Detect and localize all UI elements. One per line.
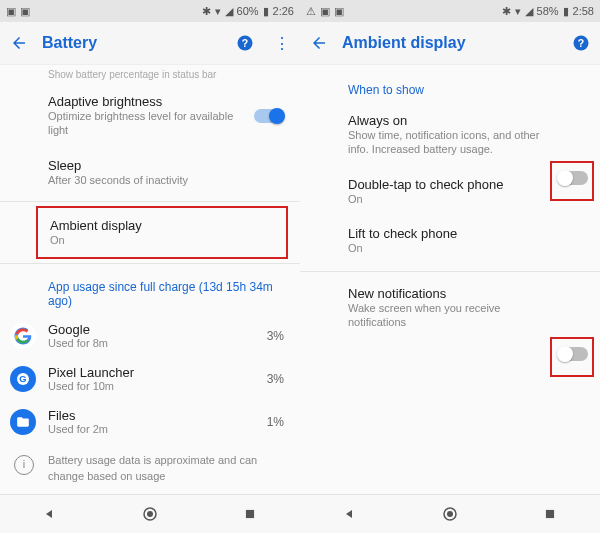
app-usage-row[interactable]: Files Used for 2m 1% (0, 400, 300, 443)
note-text: Battery usage data is approximate and ca… (48, 454, 257, 481)
app-percent: 1% (267, 415, 284, 429)
row-double-tap[interactable]: Double-tap to check phone On (300, 167, 600, 216)
nav-home-icon[interactable] (140, 504, 160, 524)
nav-recent-icon[interactable] (240, 504, 260, 524)
battery-text: 58% (537, 5, 559, 17)
row-label: New notifications (348, 286, 550, 301)
app-sub: Used for 10m (48, 380, 267, 392)
bluetooth-icon: ✱ (502, 5, 511, 18)
row-new-notifications[interactable]: New notifications Wake screen when you r… (300, 276, 600, 340)
phone-battery-settings: ▣ ▣ ✱ ▾ ◢ 60% ▮ 2:26 Battery ? ⋮ Show ba… (0, 0, 300, 533)
notification-icon: ▣ (20, 5, 30, 18)
help-icon[interactable]: ? (236, 34, 254, 52)
row-lift-to-check[interactable]: Lift to check phone On (300, 216, 600, 265)
google-icon (10, 323, 36, 349)
clock-text: 2:58 (573, 5, 594, 17)
wifi-icon: ▾ (215, 5, 221, 18)
row-subtitle: After 30 seconds of inactivity (48, 173, 284, 187)
row-subtitle: Show time, notification icons, and other… (348, 128, 550, 157)
toggle-switch[interactable] (558, 347, 588, 361)
pixel-launcher-icon: G (10, 366, 36, 392)
app-usage-row[interactable]: Google Used for 8m 3% (0, 314, 300, 357)
app-name: Pixel Launcher (48, 365, 267, 380)
row-label: Lift to check phone (348, 226, 584, 241)
status-bar: ⚠ ▣ ▣ ✱ ▾ ◢ 58% ▮ 2:58 (300, 0, 600, 22)
app-sub: Used for 8m (48, 337, 267, 349)
svg-rect-11 (546, 510, 554, 518)
row-ambient-display[interactable]: Ambient display On (36, 206, 288, 259)
row-sleep[interactable]: Sleep After 30 seconds of inactivity (0, 148, 300, 197)
app-percent: 3% (267, 372, 284, 386)
section-header: When to show (300, 65, 600, 103)
app-sub: Used for 2m (48, 423, 267, 435)
svg-point-5 (147, 511, 153, 517)
toggle-switch[interactable] (254, 109, 284, 123)
app-name: Google (48, 322, 267, 337)
row-subtitle: On (50, 233, 274, 247)
truncated-prev-row: Show battery percentage in status bar (0, 65, 300, 84)
nav-back-icon[interactable] (40, 504, 60, 524)
help-icon[interactable]: ? (572, 34, 590, 52)
files-icon (10, 409, 36, 435)
signal-icon: ◢ (525, 5, 533, 18)
status-bar: ▣ ▣ ✱ ▾ ◢ 60% ▮ 2:26 (0, 0, 300, 22)
wifi-icon: ▾ (515, 5, 521, 18)
battery-text: 60% (237, 5, 259, 17)
battery-icon: ▮ (563, 5, 569, 18)
divider (0, 201, 300, 202)
row-subtitle: On (348, 241, 584, 255)
phone-ambient-display: ⚠ ▣ ▣ ✱ ▾ ◢ 58% ▮ 2:58 Ambient display ?… (300, 0, 600, 533)
row-label: Sleep (48, 158, 284, 173)
bluetooth-icon: ✱ (202, 5, 211, 18)
back-icon[interactable] (310, 34, 328, 52)
row-adaptive-brightness[interactable]: Adaptive brightness Optimize brightness … (0, 84, 300, 148)
back-icon[interactable] (10, 34, 28, 52)
svg-text:?: ? (578, 37, 584, 49)
row-label: Double-tap to check phone (348, 177, 584, 192)
top-bar: Ambient display ? (300, 22, 600, 65)
row-always-on[interactable]: Always on Show time, notification icons,… (300, 103, 600, 167)
svg-text:?: ? (242, 37, 248, 49)
section-header[interactable]: App usage since full charge (13d 15h 34m… (0, 268, 300, 314)
svg-text:G: G (19, 374, 26, 384)
signal-icon: ◢ (225, 5, 233, 18)
svg-rect-6 (246, 510, 254, 518)
row-subtitle: On (348, 192, 584, 206)
svg-point-10 (447, 511, 453, 517)
note-row: i Battery usage data is approximate and … (0, 443, 300, 494)
row-label: Ambient display (50, 218, 274, 233)
app-usage-row[interactable]: G Pixel Launcher Used for 10m 3% (0, 357, 300, 400)
page-title: Battery (42, 34, 222, 52)
info-icon: i (14, 455, 34, 475)
nav-back-icon[interactable] (340, 504, 360, 524)
row-label: Adaptive brightness (48, 94, 254, 109)
page-title: Ambient display (342, 34, 558, 52)
nav-recent-icon[interactable] (540, 504, 560, 524)
app-name: Files (48, 408, 267, 423)
app-percent: 3% (267, 329, 284, 343)
nav-bar (300, 494, 600, 533)
content-area: When to show Always on Show time, notifi… (300, 65, 600, 494)
row-label: Always on (348, 113, 550, 128)
notification-icon: ▣ (334, 5, 344, 18)
notification-icon: ▣ (320, 5, 330, 18)
notification-icon: ▣ (6, 5, 16, 18)
row-subtitle: Optimize brightness level for available … (48, 109, 254, 138)
overflow-menu-icon[interactable]: ⋮ (268, 34, 290, 53)
content-area: Show battery percentage in status bar Ad… (0, 65, 300, 494)
divider (300, 271, 600, 272)
clock-text: 2:26 (273, 5, 294, 17)
battery-icon: ▮ (263, 5, 269, 18)
nav-bar (0, 494, 300, 533)
nav-home-icon[interactable] (440, 504, 460, 524)
row-subtitle: Wake screen when you receive notificatio… (348, 301, 550, 330)
divider (0, 263, 300, 264)
top-bar: Battery ? ⋮ (0, 22, 300, 65)
warning-icon: ⚠ (306, 5, 316, 18)
